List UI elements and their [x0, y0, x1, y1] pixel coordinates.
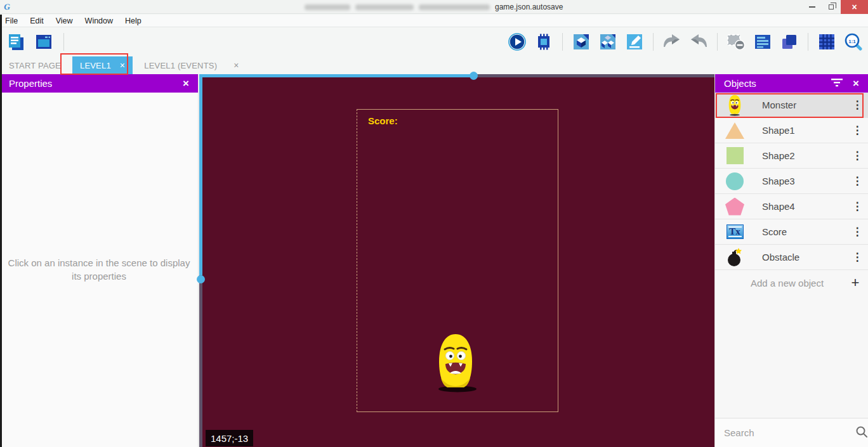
titlebar: G game.json.autosave × — [0, 0, 868, 14]
cursor-coordinates: 1457;-13 — [206, 430, 253, 446]
tab-close-icon[interactable]: × — [226, 56, 246, 74]
object-row-shape4[interactable]: Shape4 ⋮ — [715, 194, 868, 219]
minimize-button[interactable] — [803, 0, 822, 14]
circle-icon — [724, 172, 746, 190]
delete-instances-icon[interactable] — [727, 32, 746, 52]
toolbar-divider — [717, 33, 718, 51]
add-new-object-label: Add a new object — [751, 278, 843, 288]
undo-icon[interactable] — [662, 32, 681, 52]
restore-button[interactable] — [822, 0, 841, 14]
filter-icon[interactable] — [831, 78, 843, 89]
layers-icon[interactable] — [780, 32, 799, 52]
plus-icon: + — [843, 275, 868, 291]
restore-icon — [829, 4, 834, 10]
monster-sprite-icon — [724, 94, 746, 116]
object-row-obstacle[interactable]: Obstacle ⋮ — [715, 245, 868, 270]
vertical-scrollbar-handle[interactable] — [197, 275, 205, 283]
menu-help[interactable]: Help — [125, 16, 148, 25]
toolbar: 1:1 — [0, 28, 868, 55]
square-icon — [724, 147, 746, 164]
project-manager-icon[interactable] — [6, 32, 25, 52]
object-name: Shape3 — [762, 176, 846, 186]
menu-view[interactable]: View — [56, 16, 80, 25]
tab-start-page[interactable]: START PAGE — [0, 56, 70, 74]
kebab-menu-icon[interactable]: ⋮ — [846, 174, 868, 188]
object-name: Shape4 — [762, 201, 846, 212]
menu-edit[interactable]: Edit — [30, 16, 51, 25]
properties-panel-header: Properties × — [0, 74, 198, 93]
tab-close-icon[interactable]: × — [120, 60, 125, 70]
kebab-menu-icon[interactable]: ⋮ — [846, 149, 868, 162]
close-icon[interactable]: × — [183, 77, 189, 90]
properties-empty-message: Click on an instance in the scene to dis… — [4, 257, 194, 283]
close-button[interactable]: × — [841, 0, 868, 14]
kebab-menu-icon[interactable]: ⋮ — [846, 124, 868, 137]
minimize-icon — [809, 6, 815, 8]
object-name: Monster — [762, 100, 846, 110]
window-title: game.json.autosave — [305, 0, 563, 14]
gdevelop-logo-icon: G — [0, 2, 15, 12]
objects-panel: Objects × Monster ⋮ — [714, 74, 868, 447]
scene-canvas[interactable]: Score: 1457;-13 — [199, 74, 714, 447]
kebab-menu-icon[interactable]: ⋮ — [846, 225, 868, 238]
kebab-menu-icon[interactable]: ⋮ — [846, 200, 868, 213]
close-icon[interactable]: × — [853, 77, 859, 90]
tab-level1[interactable]: LEVEL1 × — [72, 56, 133, 74]
svg-text:1:1: 1:1 — [848, 38, 856, 44]
object-row-shape2[interactable]: Shape2 ⋮ — [715, 143, 868, 169]
redacted-path-segment — [419, 4, 490, 10]
text-object-icon: Tx — [724, 224, 746, 239]
object-name: Obstacle — [762, 252, 846, 262]
object-name: Shape2 — [762, 150, 846, 161]
vertical-scrollbar-thumb[interactable] — [199, 74, 202, 275]
triangle-icon — [724, 122, 746, 139]
redo-icon[interactable] — [689, 32, 708, 52]
object-row-monster[interactable]: Monster ⋮ — [715, 93, 868, 118]
play-icon[interactable] — [508, 32, 527, 52]
menu-window[interactable]: Window — [85, 16, 120, 25]
debugger-icon[interactable] — [534, 32, 553, 52]
redacted-path-segment — [355, 4, 414, 10]
menubar: File Edit View Window Help — [0, 15, 868, 27]
toolbar-divider — [653, 33, 654, 51]
monster-instance[interactable] — [434, 333, 477, 393]
objects-editor-icon[interactable] — [572, 32, 591, 52]
object-row-shape1[interactable]: Shape1 ⋮ — [715, 118, 868, 143]
toolbar-divider — [808, 33, 808, 51]
objects-search — [715, 418, 868, 447]
redacted-path-segment — [305, 4, 350, 10]
scene-stage[interactable]: Score: 1457;-13 — [202, 77, 714, 447]
gdevelop-window: G game.json.autosave × File Edit View Wi… — [0, 0, 868, 447]
toolbar-divider — [63, 33, 64, 51]
tab-level1-label: LEVEL1 — [80, 61, 111, 70]
search-icon[interactable] — [855, 425, 868, 441]
object-name: Score — [762, 226, 846, 237]
kebab-menu-icon[interactable]: ⋮ — [846, 250, 868, 264]
instances-list-icon[interactable] — [753, 32, 772, 52]
toolbar-divider — [562, 33, 563, 51]
object-groups-icon[interactable] — [598, 32, 617, 52]
pentagon-icon — [724, 198, 746, 216]
scene-editor-icon[interactable] — [34, 32, 53, 52]
tab-level1-events[interactable]: LEVEL1 (EVENTS) — [135, 56, 226, 74]
object-row-score[interactable]: Tx Score ⋮ — [715, 219, 868, 245]
kebab-menu-icon[interactable]: ⋮ — [846, 98, 868, 112]
properties-edit-icon[interactable] — [625, 32, 644, 52]
properties-panel-title: Properties — [9, 78, 52, 89]
horizontal-scrollbar-thumb[interactable] — [202, 74, 471, 77]
object-row-shape3[interactable]: Shape3 ⋮ — [715, 169, 868, 194]
horizontal-scrollbar-handle[interactable] — [470, 72, 478, 80]
properties-panel: Properties × Click on an instance in the… — [0, 74, 199, 447]
window-title-filename: game.json.autosave — [495, 3, 563, 11]
score-text-instance[interactable]: Score: — [368, 115, 398, 126]
objects-panel-header: Objects × — [715, 74, 868, 93]
objects-panel-title: Objects — [724, 78, 756, 89]
search-input[interactable] — [724, 427, 850, 438]
tabbar: START PAGE LEVEL1 × LEVEL1 (EVENTS) × — [0, 55, 868, 74]
zoom-1-1-icon[interactable]: 1:1 — [844, 32, 863, 52]
window-left-edge — [0, 15, 2, 447]
object-name: Shape1 — [762, 125, 846, 136]
add-new-object-button[interactable]: Add a new object + — [715, 270, 868, 295]
grid-icon[interactable] — [817, 32, 836, 52]
menu-file[interactable]: File — [5, 16, 25, 25]
